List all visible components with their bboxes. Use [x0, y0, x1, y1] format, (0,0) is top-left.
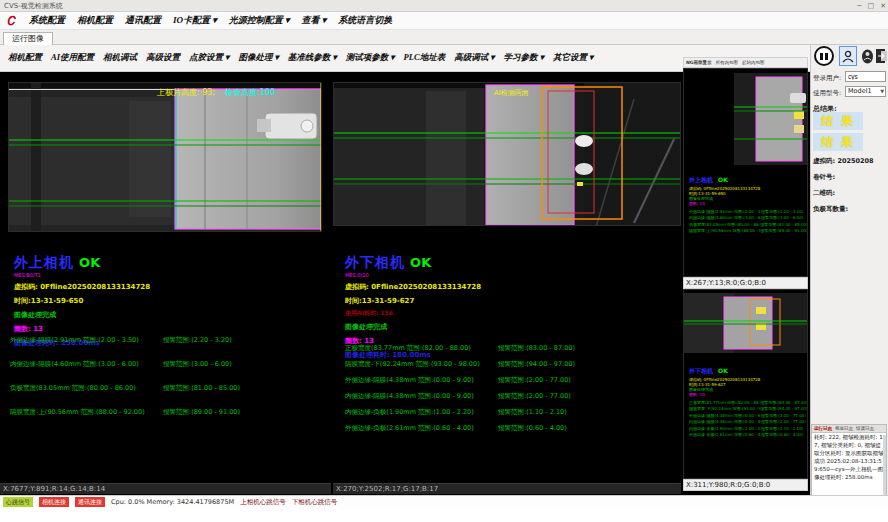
- tool-other-settings[interactable]: 其它设置 ▾: [553, 52, 593, 64]
- virtual-code-value: 20250208: [837, 157, 873, 165]
- chevron-down-icon: ▼: [880, 87, 884, 96]
- login-user-button[interactable]: [839, 46, 857, 66]
- left-measure-row: 隔膜宽度-上(90.56mm 范围:(88.00 - 92.00) 报警范围:(…: [10, 408, 240, 417]
- thumbnail-top[interactable]: 外上相机 OK 虚拟码: 0Ffline20250208133134728 时间…: [683, 68, 808, 277]
- log-tab-run[interactable]: 运行日志: [814, 426, 832, 431]
- window-title: CVS-视觉检测系统: [4, 2, 63, 10]
- center-overlay-label: AI检测画面: [494, 89, 529, 97]
- tool-advanced-debug[interactable]: 高级调试 ▾: [454, 52, 494, 64]
- tool-advanced-settings[interactable]: 高级设置: [146, 52, 180, 64]
- thumb-bottom-text: 外下相机 OK 虚拟码: 0Ffline20250208133134728 时间…: [689, 358, 807, 438]
- measure-value: 正极宽度(83.77mm 范围:(82.00 - 88.00): [345, 344, 498, 353]
- comm-connect-badge: 通讯连接: [75, 497, 105, 507]
- tool-baseline-params[interactable]: 基准线参数 ▾: [288, 52, 337, 64]
- tab-strip: 运行图像: [0, 30, 888, 45]
- thumb-alarm: 报警范围:(89.00 - 91.00): [760, 228, 807, 234]
- center-measure-row: 外侧边缘-负极(2.61mm 范围:(0.60 - 4.00) 报警范围:(0.…: [345, 424, 675, 433]
- center-measure-row: 外侧边缘-隔膜(4.38mm 范围:(0.00 - 9.00) 报警范围:(2.…: [345, 376, 675, 385]
- tool-ai-config[interactable]: AI使用配置: [51, 52, 94, 64]
- log-scrollbar[interactable]: [883, 435, 886, 497]
- center-measure-row: 隔膜宽度-下(92.24mm 范围:(93.00 - 98.00) 报警范围:(…: [345, 360, 675, 369]
- measure-value: 内侧边缘-隔膜(4.60mm 范围:(3.00 - 6.00): [10, 360, 163, 369]
- left-measure-row: 外侧边缘-隔膜(2.91mm 范围:(2.00 - 3.50) 报警范围:(2.…: [10, 336, 232, 345]
- menu-system-config[interactable]: 系统配置: [29, 14, 65, 27]
- alarm-range: 报警范围:(3.00 - 6.00): [163, 360, 232, 369]
- log-tab-vision[interactable]: 视觉日志: [835, 426, 853, 431]
- pause-button[interactable]: [814, 46, 834, 66]
- thumb-bottom-scene: [684, 293, 807, 353]
- exit-button[interactable]: [875, 46, 888, 66]
- virtual-code-label: 虚拟码:: [813, 157, 835, 165]
- left-turns: 圈数: 13: [14, 324, 330, 334]
- left-camera-scene: 上极片高度: 93; 检查高度:100: [9, 83, 322, 232]
- alarm-range: 报警范围:(2.00 - 77.00): [498, 376, 571, 385]
- tab-count-label: 负极耳数量:: [813, 205, 848, 214]
- menu-light-config[interactable]: 光源控制配置 ▾: [229, 14, 290, 27]
- tool-image-process[interactable]: 图像处理 ▾: [238, 52, 278, 64]
- close-button[interactable]: ✕: [880, 0, 886, 12]
- login-user-input[interactable]: [845, 71, 886, 82]
- tool-learn-params[interactable]: 学习参数 ▾: [504, 52, 544, 64]
- center-camera-image[interactable]: AI检测画面: [333, 82, 681, 226]
- thumb-tab-start-wrap[interactable]: 起始内包图: [742, 60, 765, 65]
- left-time: 时间:13-31-59-650: [14, 296, 330, 306]
- tool-test-params[interactable]: 测试项参数 ▾: [346, 52, 395, 64]
- minimize-button[interactable]: ─: [857, 0, 861, 12]
- thumb-header: NG画面显示 所有内包图 起始内包图: [683, 57, 808, 68]
- thumb-status: OK: [718, 176, 728, 183]
- menu-view[interactable]: 查看 ▾: [302, 14, 327, 27]
- left-overlay-label-a: 上极片高度: 93;: [156, 88, 215, 97]
- center-measure-row: 正极宽度(83.77mm 范围:(82.00 - 88.00) 报警范围:(83…: [345, 344, 675, 353]
- status-bar: 心跳信号 相机连接 通讯连接 Cpu: 0.0% Memory: 3424.41…: [0, 495, 888, 508]
- model-label: 使用型号:: [813, 89, 841, 98]
- center-pixel-coords: X:270;Y:2502;R:17;G:17;B:17: [333, 483, 681, 494]
- center-mes-text: MES:0|10: [345, 272, 675, 278]
- left-camera-image[interactable]: 上极片高度: 93; 检查高度:100: [8, 82, 322, 232]
- tool-camera-config[interactable]: 相机配置: [8, 52, 42, 64]
- measure-value: 隔膜宽度-下(92.24mm 范围:(93.00 - 98.00): [345, 360, 498, 369]
- thumb-measure: 外侧边缘-负极(2.61mm 范围:(0.60 - 4.00): [689, 432, 761, 438]
- thumb-top-scene: [734, 73, 807, 165]
- result-block-top: 结 果: [813, 112, 863, 130]
- measure-value: 外侧边缘-负极(2.61mm 范围:(0.60 - 4.00): [345, 424, 498, 433]
- cpu-memory-text: Cpu: 0.0% Memory: 3424.41796875M: [111, 498, 234, 506]
- tab-run-image[interactable]: 运行图像: [3, 32, 53, 45]
- left-pixel-coords: X:7677;Y:891;R:14;G:14;B:14: [0, 483, 331, 494]
- alarm-range: 报警范围:(81.00 - 85.00): [163, 384, 240, 393]
- user-dark-icon: [861, 49, 874, 64]
- alarm-range: 报警范围:(89.00 - 91.00): [163, 408, 240, 417]
- center-done: 图像处理完成: [345, 322, 675, 332]
- thumb-tab-ng-view[interactable]: NG画面显示: [686, 60, 711, 65]
- qrcode-label: 二维码:: [813, 189, 835, 198]
- menu-io-config[interactable]: IO卡配置 ▾: [173, 14, 217, 27]
- left-done: 图像处理完成: [14, 310, 330, 320]
- lower-camera-heartbeat: 下相机心跳信号: [292, 498, 338, 507]
- menu-language[interactable]: 系统语言切换: [338, 14, 392, 27]
- thumb-alarm: 报警范围:(0.60 - 4.00): [761, 432, 803, 438]
- thumb-top-text: 外上相机 OK 虚拟码: 0Ffline20250208133134728 时间…: [689, 167, 807, 235]
- tool-glue-settings[interactable]: 点胶设置 ▾: [189, 52, 229, 64]
- thumb-tab-all-wrap[interactable]: 所有内包图: [715, 60, 738, 65]
- exit-door-icon: [875, 48, 888, 64]
- menu-comm-config[interactable]: 通讯配置: [125, 14, 161, 27]
- left-result-block: 外上相机 OK MES:B0/T1 虚拟码: 0Ffline2025020813…: [14, 252, 330, 348]
- log-panel: 运行日志 视觉日志 错误日志 耗时: 222, 褶皱检测耗时: 17, 褶皱分类…: [811, 424, 887, 498]
- center-barcode: 虚拟码: 0Ffline20250208133134728: [345, 282, 675, 292]
- user-manage-button[interactable]: [860, 48, 874, 64]
- alarm-range: 报警范围:(83.00 - 87.00): [498, 344, 575, 353]
- thumb-camera-name: 外下相机: [689, 367, 713, 374]
- tool-plc-table[interactable]: PLC地址表: [404, 52, 446, 64]
- model-select[interactable]: Model1 ▼: [845, 86, 886, 97]
- app-logo-icon: Ｃ: [4, 12, 17, 30]
- thumbnail-bottom[interactable]: 外下相机 OK 虚拟码: 0Ffline20250208133134728 时间…: [683, 289, 808, 479]
- maximize-button[interactable]: □: [868, 0, 875, 12]
- model-value: Model1: [848, 87, 872, 95]
- menu-camera-config[interactable]: 相机配置: [77, 14, 113, 27]
- log-tab-error[interactable]: 错误日志: [856, 426, 874, 431]
- upper-camera-heartbeat: 上相机心跳信号: [240, 498, 286, 507]
- measure-value: 隔膜宽度-上(90.56mm 范围:(88.00 - 92.00): [10, 408, 163, 417]
- tool-camera-debug[interactable]: 相机调试: [103, 52, 137, 64]
- alarm-range: 报警范围:(2.20 - 3.20): [163, 336, 232, 345]
- alarm-range: 报警范围:(1.10 - 2.10): [498, 408, 567, 417]
- center-measure-row: 内侧边缘-负极(1.90mm 范围:(1.00 - 2.20) 报警范围:(1.…: [345, 408, 675, 417]
